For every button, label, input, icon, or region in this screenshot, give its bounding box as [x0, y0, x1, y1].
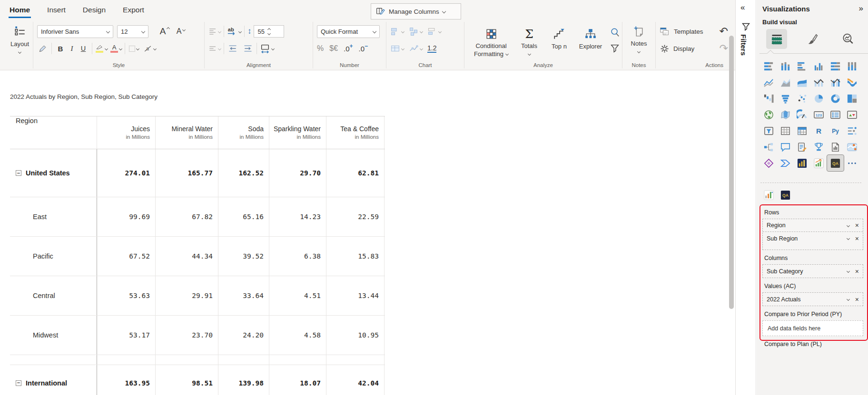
- line-chart-icon[interactable]: [760, 74, 777, 90]
- quick-format-select[interactable]: Quick Format: [317, 25, 380, 38]
- waterfall-chart-icon[interactable]: [760, 90, 777, 106]
- table-cell[interactable]: 165.77: [156, 149, 218, 197]
- column-header-juices[interactable]: Juicesin Millions: [97, 116, 156, 149]
- chevron-down-icon[interactable]: [847, 270, 850, 273]
- table-cell[interactable]: 67.52: [97, 237, 156, 276]
- collapse-icon[interactable]: −: [16, 380, 21, 386]
- tab-build-visual[interactable]: [766, 29, 787, 49]
- qa-visual-icon[interactable]: [777, 139, 794, 155]
- ribbon-tab-export[interactable]: Export: [122, 5, 145, 17]
- table-cell[interactable]: 62.81: [326, 149, 385, 197]
- redo-button[interactable]: ↷: [720, 43, 728, 54]
- custom-visual-mini-columns-icon[interactable]: [760, 186, 777, 203]
- borders-button[interactable]: [128, 42, 139, 55]
- step-up-icon[interactable]: [267, 28, 271, 31]
- table-cell[interactable]: 98.51: [156, 365, 218, 395]
- chevron-down-icon[interactable]: [847, 223, 850, 227]
- scatter-chart-icon[interactable]: [794, 90, 810, 106]
- column-header-mineral-water[interactable]: Mineral Waterin Millions: [156, 116, 218, 149]
- decrease-font-size-button[interactable]: A: [175, 25, 187, 38]
- multi-row-card-icon[interactable]: [827, 106, 844, 123]
- table-cell[interactable]: 14.23: [269, 197, 326, 236]
- collapse-icon[interactable]: −: [16, 170, 21, 176]
- decrease-decimal-button[interactable]: .0−: [359, 45, 368, 53]
- power-apps-icon[interactable]: [760, 155, 777, 171]
- kpi-icon[interactable]: [844, 106, 860, 123]
- table-icon[interactable]: [777, 123, 794, 139]
- field-pill-sub-region[interactable]: Sub Region×: [763, 232, 863, 245]
- increase-font-size-button[interactable]: A: [159, 25, 170, 38]
- close-icon[interactable]: ×: [855, 222, 859, 229]
- gauge-icon[interactable]: [794, 106, 810, 123]
- font-size-select[interactable]: 12: [117, 25, 148, 38]
- hundred-percent-stacked-bar-chart-icon[interactable]: [827, 58, 844, 74]
- search-button[interactable]: [609, 26, 621, 39]
- column-width-button[interactable]: [260, 42, 274, 55]
- table-cell[interactable]: 33.64: [218, 276, 269, 315]
- decomposition-tree-icon[interactable]: [760, 139, 777, 155]
- field-pill-region[interactable]: Region×: [763, 219, 863, 232]
- clear-formatting-button[interactable]: a: [143, 42, 156, 55]
- row-label[interactable]: Pacific: [33, 252, 53, 260]
- donut-chart-icon[interactable]: [827, 90, 844, 106]
- table-cell[interactable]: 65.16: [218, 197, 269, 236]
- custom-visual-green-trend-icon[interactable]: [810, 155, 827, 171]
- totals-button[interactable]: Σ Totals: [514, 24, 544, 65]
- templates-button[interactable]: Templates: [660, 26, 703, 37]
- key-influencers-icon[interactable]: [844, 123, 860, 139]
- treemap-icon[interactable]: [844, 90, 860, 106]
- stacked-bar-chart-icon[interactable]: [760, 58, 777, 74]
- layout-button[interactable]: Layout: [7, 22, 33, 63]
- ribbon-chart-icon[interactable]: [844, 74, 860, 90]
- table-cell[interactable]: 18.07: [269, 365, 326, 395]
- row-label[interactable]: East: [33, 213, 47, 221]
- stacked-column-chart-icon[interactable]: [777, 58, 794, 74]
- map-icon[interactable]: [760, 106, 777, 123]
- table-cell[interactable]: 24.20: [218, 316, 269, 355]
- custom-visual-dark-bars-icon[interactable]: [794, 155, 810, 171]
- filled-map-icon[interactable]: [777, 106, 794, 123]
- font-color-button[interactable]: A: [110, 42, 122, 55]
- row-height-spinner[interactable]: 55: [254, 25, 284, 38]
- decrease-indent-button[interactable]: [227, 42, 238, 55]
- more-options-icon[interactable]: [844, 155, 860, 171]
- chevron-down-icon[interactable]: [847, 237, 850, 240]
- table-cell[interactable]: 139.98: [218, 365, 269, 395]
- area-chart-icon[interactable]: [777, 74, 794, 90]
- row-label[interactable]: United States: [26, 169, 70, 177]
- card-icon[interactable]: 123: [810, 106, 827, 123]
- conditional-formatting-button[interactable]: Conditional Formatting: [468, 24, 514, 65]
- table-cell[interactable]: 4.58: [269, 316, 326, 355]
- hundred-percent-stacked-column-chart-icon[interactable]: [844, 58, 860, 74]
- display-button[interactable]: Display: [660, 44, 694, 54]
- empty-field-well[interactable]: Add data fields here: [762, 320, 863, 336]
- r-script-visual-icon[interactable]: R: [810, 123, 827, 139]
- custom-visual-qa-selected-icon[interactable]: QA: [827, 155, 844, 171]
- italic-button[interactable]: I: [66, 42, 78, 55]
- line-and-clustered-column-chart-icon[interactable]: [827, 74, 844, 90]
- undo-button[interactable]: ↶: [720, 26, 728, 37]
- row-label[interactable]: Midwest: [33, 331, 58, 339]
- table-cell[interactable]: 53.63: [97, 276, 156, 315]
- table-cell[interactable]: 39.52: [218, 237, 269, 276]
- arcgis-map-icon[interactable]: [844, 139, 860, 155]
- filter-button[interactable]: [609, 42, 621, 55]
- table-cell[interactable]: 44.34: [156, 237, 218, 276]
- vertical-align-button[interactable]: [208, 42, 221, 55]
- funnel-chart-icon[interactable]: [777, 90, 794, 106]
- slicer-icon[interactable]: [760, 123, 777, 139]
- column-header-sparkling-water[interactable]: Sparkling Waterin Millions: [269, 116, 326, 149]
- bold-button[interactable]: B: [55, 42, 66, 55]
- step-down-icon[interactable]: [267, 31, 271, 35]
- close-icon[interactable]: ×: [855, 296, 859, 303]
- table-cell[interactable]: 23.70: [156, 316, 218, 355]
- line-and-stacked-column-chart-icon[interactable]: [810, 74, 827, 90]
- table-cell[interactable]: 22.59: [326, 197, 385, 236]
- field-pill-2022-actuals[interactable]: 2022 Actuals×: [763, 293, 863, 306]
- format-painter-button[interactable]: [37, 42, 49, 55]
- notes-button[interactable]: Notes: [622, 22, 655, 63]
- close-icon[interactable]: ×: [855, 235, 859, 242]
- table-cell[interactable]: 163.95: [97, 365, 156, 395]
- power-automate-icon[interactable]: [777, 155, 794, 171]
- tab-analytics[interactable]: [838, 29, 858, 49]
